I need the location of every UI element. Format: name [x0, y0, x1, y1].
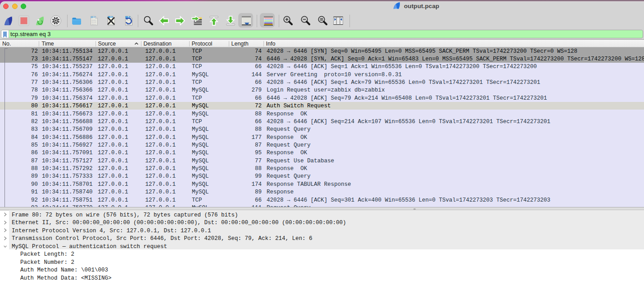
svg-text:0011: 0011 [91, 23, 96, 25]
svg-text:0110: 0110 [91, 21, 96, 23]
svg-text:0101: 0101 [91, 19, 96, 21]
